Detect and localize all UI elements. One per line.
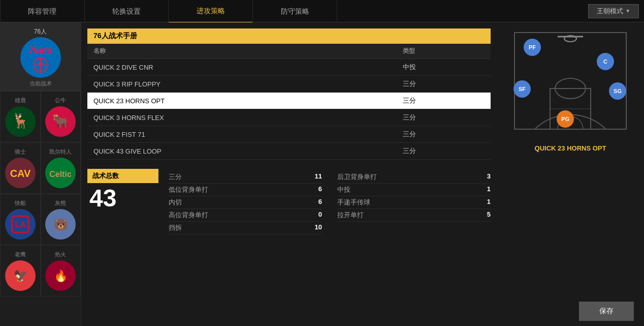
stat-row: 手递手传球1 xyxy=(337,196,491,209)
bottom-bar: 保存 xyxy=(579,302,634,321)
play-type: 中投 xyxy=(397,59,491,76)
stat-label: 挡拆 xyxy=(169,223,182,232)
stat-row: 挡拆10 xyxy=(169,222,322,234)
playbook-title: 76人战术手册 xyxy=(87,28,491,44)
team-name-bulls: 公牛 xyxy=(41,97,81,104)
col-type-header: 类型 xyxy=(397,44,491,59)
stat-value: 6 xyxy=(318,185,322,194)
playbook-row[interactable]: QUICK 23 HORNS OPT三分 xyxy=(87,93,491,109)
team-grid: 雄鹿 🦌 公牛 🐂 xyxy=(0,91,81,297)
svg-text:76ers: 76ers xyxy=(28,45,52,55)
team-name-celtics: 凯尔特人 xyxy=(41,148,81,156)
stat-label: 内切 xyxy=(169,198,182,207)
stats-left: 战术总数 43 xyxy=(87,169,158,211)
team-cell-bucks[interactable]: 雄鹿 🦌 xyxy=(0,91,41,142)
stat-row: 后卫背身单打3 xyxy=(337,171,491,184)
play-name: QUICK 23 HORNS OPT xyxy=(87,93,397,109)
tab-roster[interactable]: 阵容管理 xyxy=(0,0,85,22)
play-type: 三分 xyxy=(397,93,491,109)
svg-text:LA: LA xyxy=(15,220,26,229)
tab-defense[interactable]: 防守策略 xyxy=(253,0,337,22)
playbook-section: 76人战术手册 名称 类型 QUICK 2 DIVE CNR中投QUICK 3 … xyxy=(87,28,491,160)
team-logo-bucks: 🦌 xyxy=(5,106,36,137)
team-name-heat: 热火 xyxy=(41,251,81,258)
current-team-logo[interactable]: 76ers xyxy=(20,37,61,78)
playbook-row[interactable]: QUICK 3 HORNS FLEX三分 xyxy=(87,109,491,126)
stat-label: 三分 xyxy=(169,172,182,182)
current-team-name: 76人 xyxy=(0,27,81,36)
team-cell-clippers[interactable]: 快船 LA xyxy=(0,194,41,245)
team-name-hawks: 老鹰 xyxy=(1,251,40,258)
svg-text:🔥: 🔥 xyxy=(54,269,68,283)
svg-point-5 xyxy=(39,62,42,65)
stats-grid: 三分11低位背身单打6内切6高位背身单打0挡拆10后卫背身单打3中投1手递手传球… xyxy=(169,171,491,234)
stat-value: 5 xyxy=(487,211,491,220)
stat-label: 中投 xyxy=(337,185,350,194)
position-pf: PF xyxy=(524,39,541,56)
stat-label: 高位背身单打 xyxy=(169,211,208,220)
team-cell-grizzlies[interactable]: 灰熊 🐻 xyxy=(41,194,81,245)
team-logo-celtics: Celtic xyxy=(45,158,76,188)
play-type: 三分 xyxy=(397,126,491,143)
team-logo-bulls: 🐂 xyxy=(45,106,76,137)
current-team-section: 76人 76ers 当前战术 xyxy=(0,22,81,91)
team-cell-bulls[interactable]: 公牛 🐂 xyxy=(41,91,81,142)
team-logo-heat: 🔥 xyxy=(45,260,76,291)
team-logo-clippers: LA xyxy=(5,209,36,240)
stat-row: 三分11 xyxy=(169,171,322,184)
current-team-label: 当前战术 xyxy=(0,80,81,87)
svg-text:Celtic: Celtic xyxy=(49,170,72,179)
team-cell-heat[interactable]: 热火 🔥 xyxy=(41,245,81,297)
stat-value: 10 xyxy=(315,223,322,232)
chevron-down-icon: ▼ xyxy=(625,8,630,14)
tab-rotation[interactable]: 轮换设置 xyxy=(85,0,169,22)
playbook-row[interactable]: QUICK 2 DIVE CNR中投 xyxy=(87,59,491,76)
stat-row: 低位背身单打6 xyxy=(169,184,322,196)
stats-total: 43 xyxy=(87,186,158,211)
stats-section: 战术总数 43 三分11低位背身单打6内切6高位背身单打0挡拆10后卫背身单打3… xyxy=(87,169,491,234)
center-content: 76人战术手册 名称 类型 QUICK 2 DIVE CNR中投QUICK 3 … xyxy=(81,22,497,326)
court-panel: PF C SF SG PG QUICK 23 HORNS OPT xyxy=(497,22,644,326)
team-logo-hawks: 🦅 xyxy=(5,260,36,291)
position-pg: PG xyxy=(557,110,574,128)
svg-text:🐻: 🐻 xyxy=(54,218,68,231)
playbook-table: 名称 类型 QUICK 2 DIVE CNR中投QUICK 3 RIP FLOP… xyxy=(87,44,491,160)
stat-label: 后卫背身单打 xyxy=(337,172,377,182)
playbook-row[interactable]: QUICK 3 RIP FLOPPY三分 xyxy=(87,76,491,93)
svg-text:🐂: 🐂 xyxy=(52,113,69,129)
play-name: QUICK 2 FIST 71 xyxy=(87,126,397,143)
playbook-row[interactable]: QUICK 2 FIST 71三分 xyxy=(87,126,491,143)
play-name: QUICK 3 HORNS FLEX xyxy=(87,109,397,126)
team-cell-hawks[interactable]: 老鹰 🦅 xyxy=(0,245,41,297)
team-logo-grizzlies: 🐻 xyxy=(45,209,76,240)
position-sf: SF xyxy=(513,80,531,98)
stat-value: 1 xyxy=(487,185,491,194)
team-cell-celtics[interactable]: 凯尔特人 Celtic xyxy=(41,142,81,194)
stat-value: 1 xyxy=(487,198,491,207)
svg-text:🦅: 🦅 xyxy=(13,269,27,283)
stat-label: 低位背身单打 xyxy=(169,185,208,194)
svg-text:🦌: 🦌 xyxy=(11,112,29,129)
play-name: QUICK 2 DIVE CNR xyxy=(87,59,397,76)
team-cell-cavaliers[interactable]: 骑士 CAV xyxy=(0,142,41,194)
position-sg: SG xyxy=(609,82,626,100)
stat-row: 中投1 xyxy=(337,184,491,196)
court-positions: PF C SF SG PG xyxy=(504,27,636,139)
stat-value: 11 xyxy=(315,172,322,182)
team-name-cavaliers: 骑士 xyxy=(1,148,40,156)
dynasty-button[interactable]: 王朝模式 ▼ xyxy=(588,4,639,18)
court-play-label: QUICK 23 HORNS OPT xyxy=(535,144,606,152)
stat-label: 拉开单打 xyxy=(337,211,364,220)
team-sidebar: 76人 76ers 当前战术 雄鹿 xyxy=(0,22,81,326)
tab-offense[interactable]: 进攻策略 xyxy=(169,0,253,23)
position-c: C xyxy=(597,53,614,70)
team-name-clippers: 快船 xyxy=(1,199,40,207)
stat-row: 高位背身单打0 xyxy=(169,209,322,222)
top-navigation: 阵容管理 轮换设置 进攻策略 防守策略 王朝模式 ▼ xyxy=(0,0,644,22)
playbook-row[interactable]: QUICK 43 GIVE LOOP三分 xyxy=(87,143,491,160)
nav-right: 王朝模式 ▼ xyxy=(588,4,644,18)
stat-label: 手递手传球 xyxy=(337,198,370,207)
stat-value: 6 xyxy=(318,198,322,207)
stat-row: 拉开单打5 xyxy=(337,209,491,222)
save-button[interactable]: 保存 xyxy=(579,302,634,321)
